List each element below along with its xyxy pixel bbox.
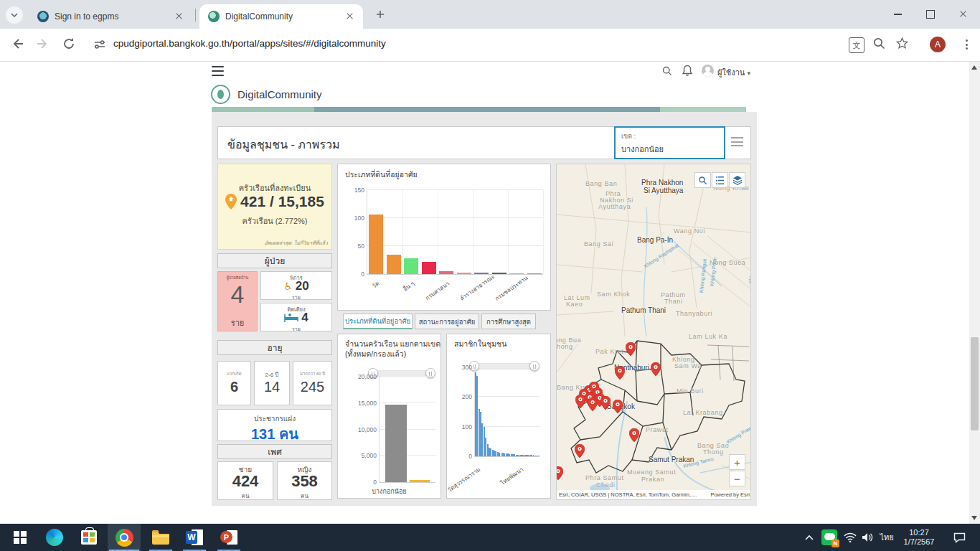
map-marker[interactable] (615, 366, 625, 380)
forward-icon[interactable] (36, 37, 52, 52)
land-chart-bar-9[interactable] (527, 273, 542, 275)
language-indicator[interactable]: ไทย (877, 524, 897, 551)
user-avatar-icon[interactable] (702, 65, 714, 77)
wifi-icon[interactable] (841, 524, 859, 551)
volume-icon[interactable] (858, 524, 877, 551)
age-card-1[interactable]: 2-6 ปี 14 (254, 361, 290, 405)
bookmark-star-icon[interactable] (895, 37, 911, 52)
scroll-up-icon[interactable] (971, 65, 977, 70)
file-explorer-icon[interactable] (145, 524, 176, 551)
map-marker[interactable] (575, 395, 585, 408)
clock[interactable]: 10:27 1/7/2567 (898, 524, 940, 551)
patients-main-card[interactable]: ผู้ป่วยติดบ้าน 4 ราย (217, 271, 258, 331)
notification-center-icon[interactable] (948, 524, 970, 551)
reload-icon[interactable] (62, 37, 77, 52)
word-icon[interactable]: W (179, 524, 209, 551)
edge-icon[interactable] (42, 524, 67, 551)
map-zoom-in-button[interactable]: + (729, 454, 745, 470)
map-marker[interactable] (556, 466, 563, 480)
store-icon[interactable] (76, 524, 102, 551)
map-legend-button[interactable] (712, 172, 728, 188)
land-chart-bar-7[interactable] (492, 273, 507, 274)
window-minimize-button[interactable] (881, 0, 914, 29)
patients-header: ผู้ป่วย (217, 253, 332, 268)
map-marker[interactable] (600, 396, 611, 410)
age-card-2[interactable]: มากกว่า 60 ปี 245 (293, 361, 332, 405)
browser-menu-icon[interactable] (960, 37, 973, 52)
line-app-icon[interactable]: N (819, 524, 839, 551)
notifications-bell-icon[interactable] (682, 65, 693, 80)
map-marker[interactable] (629, 428, 639, 442)
chart-tab-2[interactable]: การศึกษาสูงสุด (481, 314, 536, 329)
url-bar[interactable]: cpudgiportal.bangkok.go.th/portal/apps/s… (113, 38, 386, 49)
map-marker[interactable] (651, 362, 661, 376)
app-search-icon[interactable] (661, 65, 673, 80)
land-chart-bar-6[interactable] (474, 273, 489, 274)
dashboard-panel: ข้อมูลชุมชน - ภาพรวม เขต : บางกอกน้อย คร… (212, 112, 757, 506)
land-chart-bar-2[interactable] (404, 258, 418, 274)
district-filter[interactable]: เขต : บางกอกน้อย (614, 126, 725, 159)
app-menu-icon[interactable] (212, 66, 224, 76)
map-marker[interactable] (626, 342, 636, 356)
scroll-down-icon[interactable] (971, 516, 977, 520)
land-chart-bar-1[interactable] (387, 255, 401, 274)
grid-line (473, 190, 473, 274)
y-tick-label: 150 (340, 187, 364, 194)
age-card-0[interactable]: แรกเกิด 6 (217, 361, 251, 405)
map-marker[interactable] (575, 444, 585, 458)
male-card[interactable]: ชาย 424 คน (217, 461, 273, 500)
window-close-button[interactable] (947, 0, 980, 29)
land-chart-bar-8[interactable] (509, 273, 524, 275)
y-tick-label: 15,000 (352, 400, 377, 407)
tray-chevron-icon[interactable] (801, 524, 818, 551)
hidden-population-card[interactable]: ประชากรแฝง 131 คน (217, 409, 332, 441)
site-info-icon[interactable] (93, 38, 109, 54)
profile-avatar[interactable]: A (930, 37, 946, 52)
bedridden-card[interactable]: ติดเตียง 4 ราย (260, 303, 332, 331)
tab-digitalcommunity[interactable]: DigitalCommunity (199, 4, 363, 29)
new-tab-button[interactable] (372, 6, 389, 23)
households-bar-filtered[interactable] (410, 480, 430, 482)
disabled-card[interactable]: พิการ ♿ 20 ราย (260, 271, 332, 300)
tab-search-chevron-icon[interactable] (6, 6, 23, 24)
widget-options-icon[interactable] (731, 137, 743, 146)
land-chart-bar-3[interactable] (422, 262, 436, 274)
map-marker[interactable] (613, 400, 623, 413)
dashboard-title-card: ข้อมูลชุมชน - ภาพรวม เขต : บางกอกน้อย (217, 126, 751, 159)
map-layers-button[interactable] (729, 172, 745, 188)
windows-taskbar: W P N (0, 524, 980, 551)
y-tick-label: 50 (340, 242, 364, 250)
chart-tab-1[interactable]: สถานะการอยู่อาศัย (415, 314, 479, 329)
page-scrollbar[interactable] (969, 62, 980, 524)
members-x-label: ไทยพัฒนา (484, 465, 525, 498)
tab-close-icon[interactable] (344, 11, 356, 22)
caret-down-icon: ▾ (747, 70, 750, 77)
map-search-button[interactable] (694, 172, 711, 188)
back-icon[interactable] (10, 37, 26, 52)
user-menu[interactable]: ผู้ใช้งาน ▾ (717, 66, 750, 79)
translate-icon[interactable]: 文 (849, 37, 864, 53)
zoom-search-icon[interactable] (872, 37, 888, 52)
households-bar-total[interactable] (385, 405, 407, 482)
land-chart-bar-5[interactable] (457, 273, 471, 274)
households-chart-card: จำนวนครัวเรือน แยกตามเขต (ทั้งหมด/กรองแล… (337, 334, 441, 499)
chrome-icon[interactable] (108, 524, 141, 551)
header-accent-strip (212, 107, 746, 112)
window-maximize-button[interactable] (914, 0, 947, 29)
land-chart-x-label: อื่น ๆ (387, 279, 416, 303)
male-unit: คน (218, 491, 273, 501)
powerpoint-icon[interactable]: P (214, 524, 244, 551)
scroll-thumb[interactable] (971, 337, 979, 430)
start-button[interactable] (6, 524, 34, 551)
y-tick-label: 0 (352, 479, 377, 486)
map-widget[interactable]: Phra NakhonSi AyutthayaBang Pa-InPathum … (556, 164, 751, 500)
tab-egpms[interactable]: Sign in to egpms (29, 4, 192, 29)
map-marker[interactable] (588, 397, 598, 411)
map-zoom-out-button[interactable]: − (729, 471, 745, 486)
tab-close-icon[interactable] (174, 11, 185, 22)
chart-tab-0[interactable]: ประเภทที่ดินที่อยู่อาศัย (343, 314, 413, 329)
land-chart-bar-0[interactable] (369, 215, 383, 274)
grid-line (508, 190, 509, 274)
female-card[interactable]: หญิง 358 คน (277, 461, 332, 500)
land-chart-bar-4[interactable] (439, 271, 453, 274)
